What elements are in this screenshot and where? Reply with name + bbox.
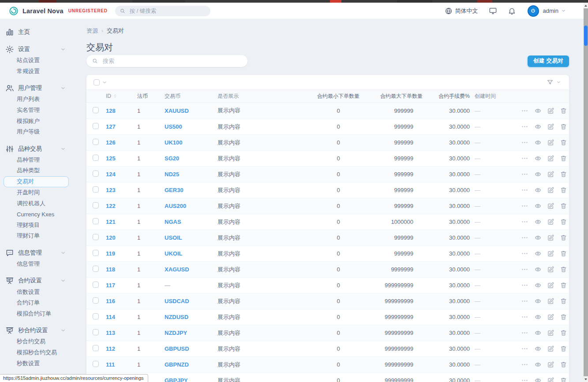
sidebar-group[interactable]: 信息管理 <box>0 247 79 259</box>
row-id-link[interactable]: 128 <box>106 108 116 114</box>
sidebar-item[interactable]: 品种管理 <box>0 155 79 166</box>
row-menu-icon[interactable] <box>521 313 529 321</box>
row-checkbox[interactable] <box>93 313 99 319</box>
view-icon[interactable] <box>534 155 542 162</box>
edit-icon[interactable] <box>547 266 554 273</box>
row-symbol-link[interactable]: XAGUSD <box>160 266 213 273</box>
sidebar-item[interactable]: 信息管理 <box>0 259 79 270</box>
row-symbol-link[interactable]: USOIL <box>160 234 213 241</box>
row-symbol-link[interactable]: NGAS <box>160 219 213 225</box>
row-checkbox[interactable] <box>93 297 99 304</box>
sidebar-item[interactable]: 常规设置 <box>0 66 79 77</box>
edit-icon[interactable] <box>547 313 554 321</box>
edit-icon[interactable] <box>547 107 554 115</box>
sidebar-item[interactable]: 倍数设置 <box>0 286 79 297</box>
delete-icon[interactable] <box>560 313 567 321</box>
row-id-link[interactable]: 127 <box>106 123 116 130</box>
row-id-link[interactable]: 122 <box>106 203 116 209</box>
create-resource-button[interactable]: 创建 交易对 <box>528 56 569 67</box>
row-id-link[interactable]: 112 <box>106 345 115 352</box>
row-checkbox[interactable] <box>93 139 99 145</box>
edit-icon[interactable] <box>547 139 554 146</box>
row-id-link[interactable]: 120 <box>106 234 116 241</box>
view-icon[interactable] <box>534 313 542 321</box>
view-icon[interactable] <box>534 329 542 337</box>
row-symbol-link[interactable]: GBPUSD <box>160 345 213 352</box>
delete-icon[interactable] <box>560 107 567 115</box>
row-checkbox[interactable] <box>93 361 99 367</box>
row-symbol-link[interactable]: SG20 <box>160 155 213 162</box>
row-symbol-link[interactable]: NZDUSD <box>160 314 213 320</box>
row-menu-icon[interactable] <box>521 107 529 115</box>
row-checkbox[interactable] <box>93 155 99 161</box>
scroll-down-button[interactable] <box>584 376 588 382</box>
delete-icon[interactable] <box>560 361 567 368</box>
row-menu-icon[interactable] <box>521 155 529 162</box>
row-id-link[interactable]: 125 <box>106 155 116 162</box>
view-icon[interactable] <box>534 361 542 368</box>
row-symbol-link[interactable]: UKOIL <box>160 250 213 257</box>
user-menu[interactable]: admin <box>543 7 566 14</box>
sidebar-item[interactable]: 交易对 <box>4 176 69 187</box>
sidebar-group[interactable]: 品种交易 <box>0 143 79 155</box>
row-menu-icon[interactable] <box>521 123 529 130</box>
edit-icon[interactable] <box>547 361 554 368</box>
row-symbol-link[interactable]: GER30 <box>160 187 213 193</box>
sidebar-item[interactable]: 实名管理 <box>0 105 79 116</box>
row-menu-icon[interactable] <box>521 139 529 146</box>
row-checkbox[interactable] <box>93 202 99 208</box>
row-id-link[interactable]: 113 <box>106 330 115 336</box>
row-menu-icon[interactable] <box>521 329 529 337</box>
resource-search[interactable] <box>86 55 247 67</box>
delete-icon[interactable] <box>560 377 567 382</box>
delete-icon[interactable] <box>560 202 567 210</box>
row-menu-icon[interactable] <box>521 186 529 194</box>
scrollbar[interactable] <box>584 3 588 382</box>
row-id-link[interactable]: 117 <box>106 282 115 289</box>
view-icon[interactable] <box>534 107 542 115</box>
sidebar-item[interactable]: 秒合约交易 <box>0 336 79 347</box>
row-id-link[interactable]: 119 <box>106 250 115 257</box>
row-checkbox[interactable] <box>93 186 99 193</box>
row-menu-icon[interactable] <box>521 234 529 241</box>
edit-icon[interactable] <box>547 234 554 241</box>
delete-icon[interactable] <box>560 234 567 241</box>
view-icon[interactable] <box>534 234 542 241</box>
row-checkbox[interactable] <box>93 218 99 224</box>
sidebar-group[interactable]: 设置 <box>0 44 79 55</box>
row-menu-icon[interactable] <box>521 361 529 368</box>
sidebar-item[interactable]: 模拟秒合约交易 <box>0 347 79 358</box>
view-icon[interactable] <box>534 123 542 130</box>
delete-icon[interactable] <box>560 171 567 178</box>
row-checkbox[interactable] <box>93 345 99 351</box>
sidebar-item[interactable]: 理财项目 <box>0 220 79 231</box>
row-id-link[interactable]: 124 <box>106 171 116 178</box>
edit-icon[interactable] <box>547 186 554 194</box>
view-icon[interactable] <box>534 282 542 289</box>
bell-icon[interactable] <box>508 7 516 15</box>
edit-icon[interactable] <box>547 218 554 226</box>
view-icon[interactable] <box>534 139 542 146</box>
global-search-input[interactable] <box>129 7 206 15</box>
view-icon[interactable] <box>534 266 542 273</box>
sidebar-item[interactable]: 站点设置 <box>0 55 79 66</box>
resource-search-input[interactable] <box>102 57 242 65</box>
row-id-link[interactable]: 114 <box>106 314 115 320</box>
breadcrumb-resources[interactable]: 资源 <box>86 27 98 35</box>
delete-icon[interactable] <box>560 139 567 146</box>
row-symbol-link[interactable]: XAUUSD <box>160 108 213 114</box>
view-icon[interactable] <box>534 171 542 178</box>
row-symbol-link[interactable]: US500 <box>160 123 213 130</box>
row-symbol-link[interactable]: NZDJPY <box>160 330 213 336</box>
view-icon[interactable] <box>534 297 542 305</box>
sidebar-item[interactable]: 用户等级 <box>0 126 79 137</box>
delete-icon[interactable] <box>560 329 567 337</box>
sidebar-item[interactable]: 用户列表 <box>0 94 79 105</box>
sidebar-group[interactable]: 主页 <box>0 26 79 38</box>
sidebar-item[interactable]: Currency Kxes <box>0 209 79 220</box>
row-id-link[interactable]: 121 <box>106 219 116 225</box>
row-symbol-link[interactable]: USDCAD <box>160 298 213 304</box>
sidebar-group[interactable]: 合约设置 <box>0 275 79 286</box>
row-id-link[interactable]: 118 <box>106 266 115 273</box>
row-checkbox[interactable] <box>93 282 99 288</box>
